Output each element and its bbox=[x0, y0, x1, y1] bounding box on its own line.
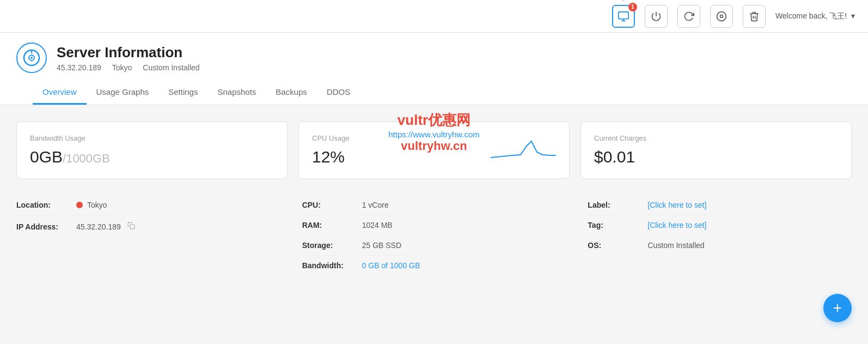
main-content: vultr优惠网 https://www.vultryhw.com vultry… bbox=[0, 105, 868, 323]
tabs-row: Overview Usage Graphs Settings Snapshots… bbox=[16, 81, 852, 105]
notification-badge: 1 bbox=[628, 3, 637, 11]
cpu-info-val: 1 vCore bbox=[362, 201, 389, 209]
location-val: Tokyo bbox=[76, 201, 107, 209]
ip-key: IP Address: bbox=[16, 222, 76, 231]
copy-ip-button[interactable] bbox=[125, 221, 137, 232]
tab-overview[interactable]: Overview bbox=[33, 81, 87, 105]
cpu-info-row: CPU: 1 vCore bbox=[302, 195, 566, 215]
cpu-info-key: CPU: bbox=[302, 201, 362, 209]
svg-point-3 bbox=[717, 11, 726, 21]
welcome-text: Welcome back, 飞王! ▾ bbox=[775, 11, 855, 21]
cards-row: Bandwidth Usage 0GB/1000GB CPU Usage 12%… bbox=[16, 122, 852, 179]
disk-button[interactable] bbox=[710, 5, 733, 28]
location-text: Tokyo bbox=[87, 201, 107, 209]
monitor-icon bbox=[618, 10, 629, 22]
cpu-chart-area bbox=[491, 136, 556, 165]
os-row: OS: Custom Installed bbox=[588, 236, 852, 255]
trash-icon bbox=[749, 11, 760, 22]
dropdown-arrow[interactable]: ▾ bbox=[851, 11, 855, 20]
bandwidth-value: 0GB/1000GB bbox=[30, 148, 274, 166]
tab-ddos[interactable]: DDOS bbox=[317, 81, 360, 105]
label-key: Label: bbox=[588, 201, 647, 209]
os-val: Custom Installed bbox=[647, 241, 704, 250]
ram-row: RAM: 1024 MB bbox=[302, 215, 566, 236]
refresh-icon bbox=[683, 11, 694, 22]
svg-rect-9 bbox=[130, 225, 135, 229]
tab-backups[interactable]: Backups bbox=[266, 81, 317, 105]
bandwidth-info-row: Bandwidth: 0 GB of 1000 GB bbox=[302, 256, 566, 275]
storage-key: Storage: bbox=[302, 241, 362, 250]
bandwidth-card: Bandwidth Usage 0GB/1000GB bbox=[16, 122, 288, 179]
server-location: Tokyo bbox=[112, 63, 132, 72]
charges-card: Current Charges $0.01 bbox=[580, 122, 852, 179]
delete-button[interactable] bbox=[743, 5, 766, 28]
cpu-card: CPU Usage 12% bbox=[298, 122, 570, 179]
label-row: Label: [Click here to set] bbox=[588, 195, 852, 215]
os-key: OS: bbox=[588, 241, 647, 250]
ip-row: IP Address: 45.32.20.189 bbox=[16, 215, 280, 238]
info-col-left: Location: Tokyo IP Address: 45.32.20.189 bbox=[16, 195, 280, 275]
bandwidth-value-secondary: /1000GB bbox=[63, 152, 110, 165]
view-console-wrapper: View Console 1 bbox=[612, 5, 635, 28]
tab-usage-graphs[interactable]: Usage Graphs bbox=[87, 81, 159, 105]
server-ip: 45.32.20.189 bbox=[57, 63, 101, 72]
ram-val: 1024 MB bbox=[362, 221, 393, 230]
cpu-value: 12% bbox=[312, 148, 350, 166]
copy-icon bbox=[127, 222, 135, 230]
cpu-chart bbox=[491, 136, 556, 163]
server-header: Server Information 45.32.20.189 Tokyo Cu… bbox=[0, 33, 868, 105]
label-link[interactable]: [Click here to set] bbox=[647, 201, 706, 209]
tab-snapshots[interactable]: Snapshots bbox=[207, 81, 266, 105]
storage-row: Storage: 25 GB SSD bbox=[302, 236, 566, 256]
fab-button[interactable]: + bbox=[823, 294, 852, 322]
top-bar-right: View Console 1 bbox=[612, 5, 855, 28]
svg-point-7 bbox=[30, 57, 33, 59]
server-icon-circle bbox=[16, 43, 47, 73]
server-meta: 45.32.20.189 Tokyo Custom Installed bbox=[57, 63, 200, 72]
disk-icon bbox=[716, 11, 727, 22]
restart-button[interactable] bbox=[677, 5, 700, 28]
flag-dot bbox=[76, 202, 83, 208]
cd-icon bbox=[23, 49, 40, 67]
location-row: Location: Tokyo bbox=[16, 195, 280, 215]
tab-settings[interactable]: Settings bbox=[158, 81, 207, 105]
bandwidth-info-val: 0 GB of 1000 GB bbox=[362, 261, 420, 270]
bandwidth-value-main: 0GB bbox=[30, 148, 63, 166]
info-col-right: Label: [Click here to set] Tag: [Click h… bbox=[588, 195, 852, 275]
charges-label: Current Charges bbox=[594, 134, 838, 142]
ip-val: 45.32.20.189 bbox=[76, 221, 137, 232]
bandwidth-info-key: Bandwidth: bbox=[302, 261, 362, 270]
storage-val: 25 GB SSD bbox=[362, 241, 401, 250]
view-console-button[interactable]: 1 bbox=[612, 5, 635, 28]
cpu-label: CPU Usage bbox=[312, 134, 350, 142]
ip-text: 45.32.20.189 bbox=[76, 222, 121, 231]
server-info-row: Server Information 45.32.20.189 Tokyo Cu… bbox=[16, 43, 852, 73]
power-button[interactable] bbox=[645, 5, 668, 28]
server-title: Server Information bbox=[57, 44, 200, 61]
cpu-card-left: CPU Usage 12% bbox=[312, 134, 350, 166]
server-title-block: Server Information 45.32.20.189 Tokyo Cu… bbox=[57, 44, 200, 72]
info-col-center: CPU: 1 vCore RAM: 1024 MB Storage: 25 GB… bbox=[302, 195, 566, 275]
power-icon bbox=[651, 11, 662, 22]
tag-link[interactable]: [Click here to set] bbox=[647, 221, 706, 230]
charges-value: $0.01 bbox=[594, 148, 838, 166]
info-section: Location: Tokyo IP Address: 45.32.20.189 bbox=[16, 195, 852, 275]
svg-point-4 bbox=[720, 15, 723, 17]
ram-key: RAM: bbox=[302, 221, 362, 230]
label-val: [Click here to set] bbox=[647, 201, 706, 209]
location-key: Location: bbox=[16, 201, 76, 209]
svg-rect-0 bbox=[619, 11, 628, 19]
tag-val: [Click here to set] bbox=[647, 221, 706, 230]
top-bar: View Console 1 bbox=[0, 0, 868, 33]
tag-row: Tag: [Click here to set] bbox=[588, 215, 852, 236]
tag-key: Tag: bbox=[588, 221, 647, 230]
server-status: Custom Installed bbox=[143, 63, 199, 72]
bandwidth-label: Bandwidth Usage bbox=[30, 134, 274, 142]
